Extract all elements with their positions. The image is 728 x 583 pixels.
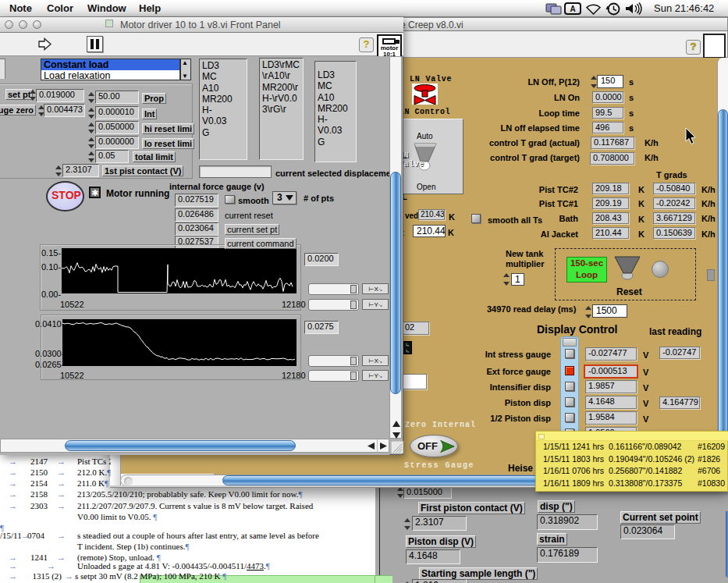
svg-text:A: A xyxy=(570,5,575,13)
